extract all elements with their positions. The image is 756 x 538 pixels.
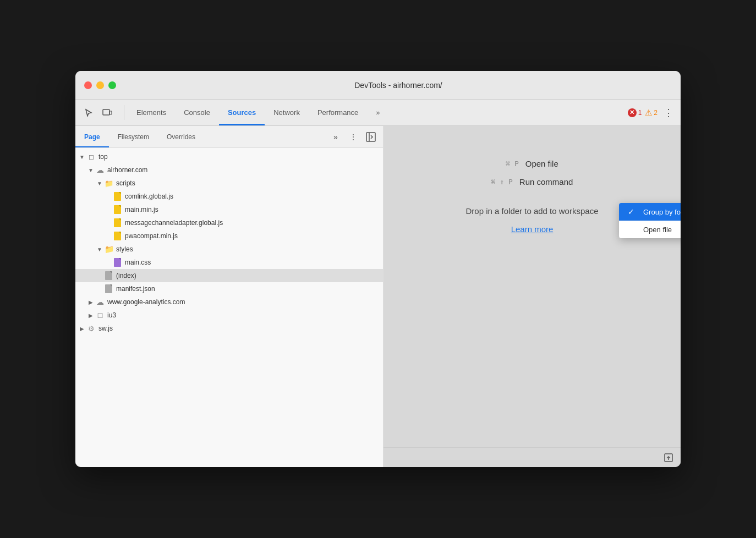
- tree-item-styles[interactable]: 📁 styles: [75, 243, 383, 256]
- shortcut-row-2: ⌘ ⇧ P Run command: [491, 177, 573, 186]
- tree-label-index: (index): [116, 272, 136, 279]
- tree-item-maincss[interactable]: main.css: [75, 256, 383, 269]
- tree-item-pwacompat[interactable]: pwacompat.min.js: [75, 229, 383, 243]
- square-icon-iu3: □: [95, 310, 105, 320]
- tab-network[interactable]: Network: [265, 100, 309, 125]
- tree-item-scripts[interactable]: 📁 scripts: [75, 177, 383, 190]
- tree-arrow-scripts: [95, 179, 104, 188]
- tree-label-maincss: main.css: [125, 259, 151, 266]
- error-icon: ✕: [628, 108, 637, 117]
- cloud-icon-google: [95, 297, 105, 307]
- file-icon-index: [104, 271, 114, 281]
- file-icon-maincss: [113, 257, 123, 267]
- check-mark-icon: ✓: [628, 207, 639, 216]
- tree-label-manifest: manifest.json: [116, 285, 155, 293]
- folder-icon-scripts: 📁: [104, 178, 114, 188]
- left-panel: Page Filesystem Overrides » ⋮: [75, 126, 384, 467]
- file-icon-pwacompat: [113, 231, 123, 241]
- file-icon-comlink: [113, 191, 123, 201]
- tree-item-iu3[interactable]: □ iu3: [75, 309, 383, 322]
- tree-item-index[interactable]: (index): [75, 269, 383, 282]
- tabbar-left: [80, 100, 116, 125]
- file-tree: □ top airhorner.com 📁 scripts: [75, 148, 383, 467]
- tree-item-messagechannel[interactable]: messagechanneladapter.global.js: [75, 216, 383, 229]
- tree-arrow-iu3: [86, 311, 95, 320]
- tree-label-comlink: comlink.global.js: [125, 193, 173, 200]
- subtab-filesystem[interactable]: Filesystem: [109, 126, 158, 147]
- main-content: Page Filesystem Overrides » ⋮: [75, 126, 681, 467]
- error-badge: ✕ 1: [628, 108, 642, 117]
- right-content: ⌘ P Open file ⌘ ⇧ P Run command Drop in …: [384, 126, 681, 447]
- tree-arrow-swjs: [78, 324, 86, 333]
- right-bottom-bar: [384, 447, 681, 467]
- window-title: DevTools - airhorner.com/: [125, 81, 672, 90]
- warning-icon: ⚠: [645, 108, 652, 118]
- upload-icon[interactable]: [661, 450, 676, 465]
- menu-item-group-by-folder[interactable]: ✓ Group by folder: [619, 203, 681, 221]
- shortcut-row-1: ⌘ P Open file: [506, 159, 558, 168]
- tree-label-messagechannel: messagechanneladapter.global.js: [125, 219, 223, 227]
- titlebar: DevTools - airhorner.com/: [75, 71, 681, 100]
- shortcut-label-1: Open file: [525, 159, 558, 168]
- tree-item-google-analytics[interactable]: www.google-analytics.com: [75, 295, 383, 309]
- devtools-window: DevTools - airhorner.com/ Elements C: [75, 71, 681, 467]
- file-icon-manifest: [104, 284, 114, 294]
- menu-label-group-by-folder: Group by folder: [643, 208, 681, 216]
- menu-label-open-file: Open file: [643, 226, 672, 234]
- tree-label-mainmin: main.min.js: [125, 206, 158, 213]
- warning-count: 2: [654, 109, 658, 117]
- more-options-subtab-button[interactable]: ⋮: [346, 129, 361, 145]
- tabs: Elements Console Sources Network Perform…: [128, 100, 389, 125]
- window-controls: [84, 81, 116, 89]
- cloud-icon-airhorner: [95, 165, 105, 175]
- subtabbar: Page Filesystem Overrides » ⋮: [75, 126, 383, 148]
- tree-arrow-google-analytics: [86, 298, 95, 306]
- cursor-icon[interactable]: [80, 104, 97, 122]
- tree-label-scripts: scripts: [116, 179, 135, 187]
- drop-text: Drop in a folder to add to workspace: [466, 206, 599, 216]
- folder-icon-styles: 📁: [104, 244, 114, 254]
- file-icon-messagechannel: [113, 218, 123, 228]
- shortcut-key-1: ⌘ P: [506, 160, 518, 168]
- tree-label-iu3: iu3: [107, 311, 116, 319]
- minimize-button[interactable]: [96, 81, 104, 89]
- maximize-button[interactable]: [108, 81, 116, 89]
- tree-label-airhorner: airhorner.com: [107, 166, 147, 174]
- svg-rect-2: [366, 133, 375, 141]
- tree-item-airhorner[interactable]: airhorner.com: [75, 163, 383, 177]
- tree-arrow-styles: [95, 245, 104, 254]
- tabbar-right: ✕ 1 ⚠ 2 ⋮: [628, 100, 676, 125]
- svg-rect-0: [103, 109, 109, 115]
- subtab-page[interactable]: Page: [75, 126, 109, 147]
- shortcut-label-2: Run command: [519, 177, 573, 186]
- tab-elements[interactable]: Elements: [128, 100, 175, 125]
- shortcut-key-2: ⌘ ⇧ P: [491, 178, 513, 186]
- tree-label-swjs: sw.js: [98, 325, 113, 332]
- tab-sources[interactable]: Sources: [219, 100, 265, 125]
- responsive-icon[interactable]: [98, 104, 116, 122]
- tree-item-swjs[interactable]: ⚙ sw.js: [75, 322, 383, 335]
- tree-item-comlink[interactable]: comlink.global.js: [75, 190, 383, 203]
- tree-item-mainmin[interactable]: main.min.js: [75, 203, 383, 216]
- tree-item-top[interactable]: □ top: [75, 150, 383, 163]
- more-subtab-button[interactable]: »: [328, 129, 343, 145]
- tree-label-pwacompat: pwacompat.min.js: [125, 232, 178, 240]
- tab-more[interactable]: »: [367, 100, 388, 125]
- learn-more-link[interactable]: Learn more: [511, 224, 554, 234]
- error-count: 1: [638, 109, 642, 117]
- more-options-button[interactable]: ⋮: [661, 105, 676, 120]
- context-menu: ✓ Group by folder Open file ⌘ P: [619, 203, 681, 238]
- tab-console[interactable]: Console: [175, 100, 219, 125]
- menu-item-open-file[interactable]: Open file ⌘ P: [619, 221, 681, 238]
- subtabbar-right: » ⋮: [328, 126, 383, 147]
- tree-label-google-analytics: www.google-analytics.com: [107, 298, 185, 306]
- file-icon-mainmin: [113, 205, 123, 215]
- close-button[interactable]: [84, 81, 92, 89]
- subtab-overrides[interactable]: Overrides: [158, 126, 204, 147]
- tree-arrow-airhorner: [86, 166, 95, 174]
- tree-item-manifest[interactable]: manifest.json: [75, 282, 383, 295]
- right-panel: ✓ Group by folder Open file ⌘ P ⌘ P Open…: [384, 126, 681, 467]
- panel-toggle-button[interactable]: [363, 129, 379, 145]
- tabbar: Elements Console Sources Network Perform…: [75, 100, 681, 126]
- tab-performance[interactable]: Performance: [309, 100, 367, 125]
